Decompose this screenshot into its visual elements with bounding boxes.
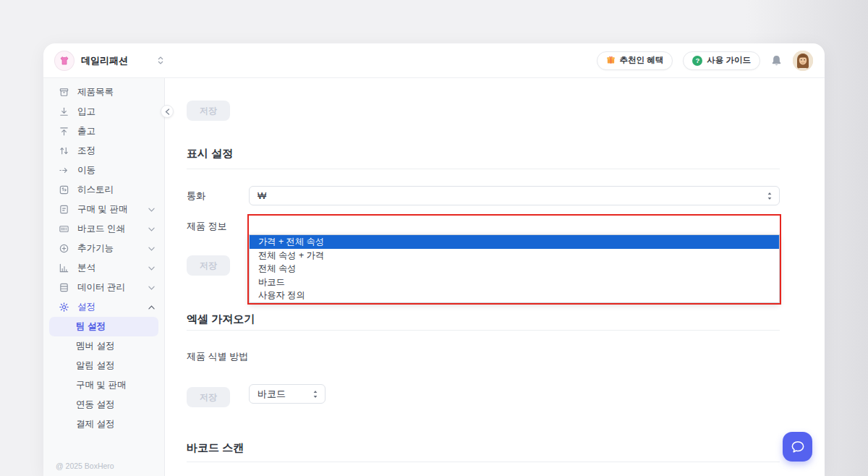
sidebar-subitem-purchase-sales[interactable]: 구매 및 판매 <box>49 375 158 395</box>
currency-label: 통화 <box>187 190 205 203</box>
sidebar-subitem-label: 구매 및 판매 <box>76 379 126 391</box>
dropdown-option[interactable]: 바코드 <box>250 276 779 289</box>
database-icon <box>59 282 69 293</box>
chat-bubble-icon <box>791 441 805 454</box>
arrows-up-down-icon <box>59 145 69 156</box>
sidebar-subitem-label: 결제 설정 <box>76 418 114 430</box>
sidebar-subitem-label: 팀 설정 <box>76 320 106 333</box>
sidebar-item-history[interactable]: 히스토리 <box>43 180 164 200</box>
notification-bell-icon[interactable] <box>770 54 783 67</box>
user-guide-label: 사용 가이드 <box>707 55 751 66</box>
team-name: 데일리패션 <box>81 54 150 67</box>
user-avatar[interactable] <box>793 51 813 71</box>
sidebar-subitem-label: 알림 설정 <box>76 360 114 372</box>
chevron-down-icon <box>148 286 155 290</box>
sidebar-item-settings[interactable]: 설정 <box>43 297 164 317</box>
section-title-excel-import: 엑셀 가져오기 <box>187 313 255 326</box>
sidebar-subitem-notification-settings[interactable]: 알림 설정 <box>49 356 158 375</box>
sidebar-item-stock-out[interactable]: 출고 <box>43 122 164 141</box>
arrow-right-dashed-icon <box>59 165 69 176</box>
select-stepper-icon <box>767 192 773 200</box>
package-icon <box>59 87 69 98</box>
arrow-up-from-bar-icon <box>59 126 69 137</box>
dropdown-option-highlighted[interactable]: 가격 + 전체 속성 <box>250 235 779 249</box>
sidebar-item-label: 입고 <box>77 106 95 118</box>
copyright-text: @ 2025 BoxHero <box>56 462 114 470</box>
sidebar-item-label: 구매 및 판매 <box>77 203 127 216</box>
sidebar-subitem-team-settings[interactable]: 팀 설정 <box>49 317 158 336</box>
sidebar-item-label: 이동 <box>77 164 95 177</box>
sidebar-subitem-integration-settings[interactable]: 연동 설정 <box>49 395 158 415</box>
sidebar-item-label: 데이터 관리 <box>77 281 125 294</box>
sidebar-item-move[interactable]: 이동 <box>43 161 164 180</box>
sidebar: 제품목록 입고 출고 조정 이동 히스토리 <box>43 78 165 476</box>
gift-icon <box>606 55 616 66</box>
barcode-icon <box>59 224 69 234</box>
workspace-switcher[interactable]: 데일리패션 <box>55 51 163 70</box>
sidebar-item-label: 히스토리 <box>77 184 114 196</box>
sidebar-subitem-billing-settings[interactable]: 결제 설정 <box>49 415 158 434</box>
arrow-down-to-bar-icon <box>59 106 69 117</box>
select-stepper-icon <box>312 390 318 399</box>
dropdown-option[interactable]: 전체 속성 <box>250 262 779 276</box>
gear-icon <box>59 302 69 313</box>
sidebar-item-products[interactable]: 제품목록 <box>43 82 164 102</box>
referral-benefit-button[interactable]: 추천인 혜택 <box>597 51 673 70</box>
sidebar-item-label: 설정 <box>77 301 95 313</box>
header-actions: 추천인 혜택 ? 사용 가이드 <box>597 51 813 71</box>
sidebar-item-adjust[interactable]: 조정 <box>43 141 164 161</box>
chevron-up-icon <box>148 305 155 310</box>
sidebar-collapse-button[interactable] <box>161 105 174 118</box>
chevron-down-icon <box>148 227 155 231</box>
sidebar-item-addons[interactable]: 추가기능 <box>43 239 164 258</box>
section-title-barcode-scan: 바코드 스캔 <box>187 441 244 455</box>
chevron-down-icon <box>148 247 155 251</box>
dropdown-option[interactable]: 사용자 정의 <box>250 289 779 302</box>
save-button[interactable]: 저장 <box>187 101 230 121</box>
sidebar-item-label: 출고 <box>77 125 95 137</box>
sidebar-item-label: 제품목록 <box>77 86 114 98</box>
product-id-method-value: 바코드 <box>258 388 286 401</box>
plus-circle-icon <box>59 243 69 254</box>
sidebar-item-label: 바코드 인쇄 <box>77 223 125 235</box>
product-id-method-label: 제품 식별 방법 <box>187 350 248 363</box>
user-guide-button[interactable]: ? 사용 가이드 <box>683 51 760 70</box>
sidebar-subitem-member-settings[interactable]: 멤버 설정 <box>49 336 158 356</box>
currency-select[interactable]: ₩ <box>249 186 780 205</box>
save-button[interactable]: 저장 <box>187 387 230 407</box>
team-logo-icon <box>55 51 74 70</box>
chevron-down-icon <box>148 208 155 212</box>
sidebar-item-label: 추가기능 <box>77 242 114 255</box>
section-divider <box>187 330 780 331</box>
workspace-stepper-icon <box>158 56 163 64</box>
sidebar-subitem-label: 연동 설정 <box>76 399 114 411</box>
sidebar-item-purchase-sales[interactable]: 구매 및 판매 <box>43 200 164 219</box>
question-circle-icon: ? <box>692 56 702 66</box>
sidebar-item-data-management[interactable]: 데이터 관리 <box>43 278 164 297</box>
settings-content: 저장 표시 설정 통화 ₩ 제품 정보 전체 속성 가격 + 전체 속성 전체 … <box>165 78 825 476</box>
chat-launcher-button[interactable] <box>783 432 812 462</box>
app-window: 데일리패션 추천인 혜택 ? 사용 가이드 <box>43 43 825 476</box>
product-info-dropdown: 가격 + 전체 속성 전체 속성 + 가격 전체 속성 바코드 사용자 정의 <box>249 234 780 303</box>
bar-chart-icon <box>59 263 69 273</box>
sidebar-item-analytics[interactable]: 분석 <box>43 258 164 278</box>
sidebar-item-barcode-print[interactable]: 바코드 인쇄 <box>43 219 164 239</box>
sidebar-item-stock-in[interactable]: 입고 <box>43 102 164 122</box>
save-button[interactable]: 저장 <box>187 255 230 276</box>
top-bar: 데일리패션 추천인 혜택 ? 사용 가이드 <box>43 43 825 78</box>
document-icon <box>59 204 69 215</box>
product-info-label: 제품 정보 <box>187 220 227 233</box>
section-divider <box>187 169 780 169</box>
dropdown-option[interactable]: 전체 속성 + 가격 <box>250 249 779 263</box>
sidebar-subitem-label: 멤버 설정 <box>76 340 114 352</box>
currency-select-value: ₩ <box>258 190 266 201</box>
sidebar-item-label: 조정 <box>77 145 95 157</box>
product-id-method-select[interactable]: 바코드 <box>249 384 326 404</box>
section-divider <box>187 462 780 462</box>
sidebar-item-label: 분석 <box>77 262 95 274</box>
referral-benefit-label: 추천인 혜택 <box>620 55 664 66</box>
section-title-display-settings: 표시 설정 <box>187 147 233 161</box>
history-log-icon <box>59 184 69 195</box>
chevron-down-icon <box>148 266 155 271</box>
